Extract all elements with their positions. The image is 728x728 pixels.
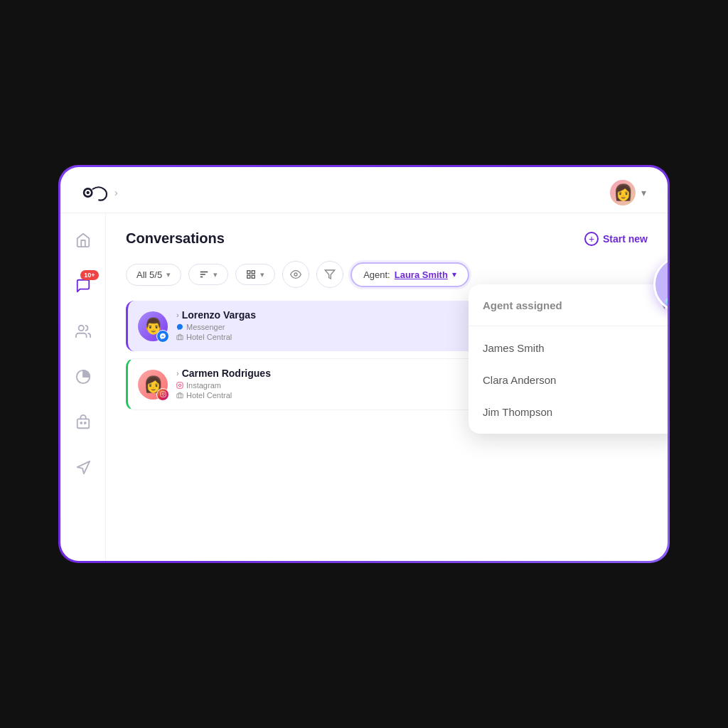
conv-location-1: Hotel Central (176, 333, 232, 341)
sidebar-item-contacts[interactable] (70, 318, 96, 344)
app-logo (82, 183, 109, 203)
conv-location-label-2: Hotel Central (186, 391, 232, 400)
conv-chevron-icon-2: › (176, 369, 179, 378)
conv-location-label-1: Hotel Central (186, 333, 232, 341)
page-header: Conversations + Start new (126, 230, 648, 247)
svg-point-22 (178, 384, 181, 386)
conv-avatar-1: 👨 (138, 311, 168, 341)
conv-source-badge-messenger (156, 330, 169, 343)
svg-marker-16 (325, 270, 334, 279)
svg-point-6 (80, 422, 82, 424)
sidebar-item-reports[interactable] (70, 364, 96, 390)
filter-sort-chevron-icon: ▾ (213, 270, 218, 279)
agent-filter-chevron-icon: ▾ (452, 269, 456, 279)
logo-chevron-icon: › (114, 187, 118, 198)
start-new-label: Start new (603, 233, 648, 245)
header-right: 👩 ▾ (610, 180, 646, 205)
svg-rect-14 (252, 275, 255, 278)
agent-filter-name: Laura Smith (395, 269, 448, 280)
conv-location-2: Hotel Central (176, 391, 232, 400)
svg-point-19 (162, 393, 164, 395)
filter-count-pill[interactable]: All 5/5 ▾ (126, 264, 181, 286)
svg-rect-18 (160, 392, 166, 397)
svg-point-20 (164, 392, 165, 393)
conv-name-2: Carmen Rodrigues (182, 368, 271, 379)
sidebar-item-bot[interactable] (70, 410, 96, 435)
svg-point-7 (84, 422, 85, 424)
funnel-icon (324, 269, 336, 280)
svg-rect-13 (247, 275, 250, 278)
logo-area: › (82, 183, 118, 203)
svg-rect-12 (252, 271, 255, 274)
filter-eye-button[interactable] (282, 261, 309, 288)
header-user-avatar[interactable]: 👩 (610, 180, 636, 205)
filter-count-chevron-icon: ▾ (166, 270, 171, 279)
conv-platform-label-1: Messenger (186, 323, 225, 331)
conversations-badge: 10+ (80, 270, 98, 280)
sidebar-item-conversations[interactable]: 10+ (70, 273, 96, 299)
filter-group-pill[interactable]: ▾ (235, 264, 275, 285)
conv-platform-1: Messenger (176, 323, 225, 331)
filter-funnel-button[interactable] (316, 261, 343, 288)
main-layout: 10+ (60, 213, 668, 561)
conv-avatar-2: 👩 (138, 370, 168, 400)
start-new-icon: + (584, 232, 599, 246)
conv-chevron-icon-1: › (176, 311, 179, 319)
agent-dropdown-panel: Agent assigned ▾ James Smith Clara Ander… (469, 284, 668, 434)
svg-rect-21 (177, 382, 183, 388)
dropdown-title: Agent assigned (483, 299, 562, 311)
svg-point-15 (294, 273, 297, 276)
svg-point-3 (78, 326, 83, 331)
sort-icon (199, 269, 209, 279)
dropdown-header: Agent assigned ▾ (469, 284, 668, 326)
svg-rect-23 (177, 394, 183, 398)
svg-point-2 (86, 191, 89, 194)
dropdown-item-clara-anderson[interactable]: Clara Anderson (469, 364, 668, 396)
sidebar-item-campaigns[interactable] (70, 455, 96, 481)
content-area: Conversations + Start new All 5/5 ▾ (106, 213, 668, 561)
svg-rect-5 (77, 419, 89, 428)
filter-count-label: All 5/5 (136, 269, 162, 280)
conv-name-1: Lorenzo Vargas (182, 309, 256, 321)
svg-rect-17 (177, 336, 183, 340)
group-icon (246, 269, 256, 279)
svg-rect-11 (247, 271, 250, 274)
dropdown-item-jim-thompson[interactable]: Jim Thompson (469, 396, 668, 428)
dropdown-item-james-smith[interactable]: James Smith (469, 332, 668, 364)
conv-platform-2: Instagram (176, 381, 221, 390)
conv-source-badge-instagram (156, 388, 169, 401)
conv-platform-label-2: Instagram (186, 381, 221, 390)
filter-sort-pill[interactable]: ▾ (188, 264, 228, 285)
filter-group-chevron-icon: ▾ (260, 270, 264, 279)
sidebar-item-home[interactable] (70, 228, 96, 253)
start-new-button[interactable]: + Start new (584, 232, 648, 246)
eye-icon (290, 269, 301, 280)
page-title: Conversations (126, 230, 225, 247)
header-dropdown-chevron-icon[interactable]: ▾ (641, 187, 646, 198)
header: › 👩 ▾ (60, 167, 668, 213)
dropdown-items: James Smith Clara Anderson Jim Thompson (469, 326, 668, 434)
agent-filter-label: Agent: (363, 269, 390, 280)
sidebar: 10+ (60, 213, 106, 561)
agent-filter-pill[interactable]: Agent: Laura Smith ▾ (350, 262, 469, 287)
